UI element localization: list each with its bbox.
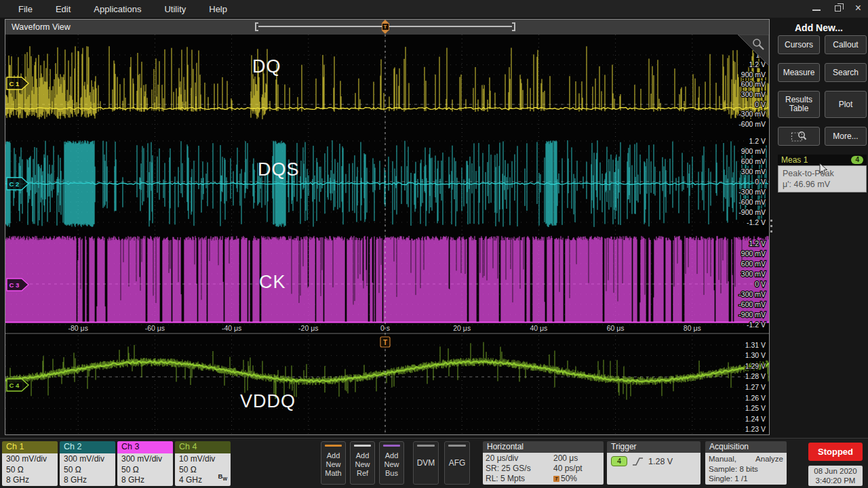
channel-3-settings: 300 mV/div50 Ω8 GHz bbox=[117, 453, 173, 486]
svg-text:C 3: C 3 bbox=[9, 281, 20, 289]
svg-text:-40 μs: -40 μs bbox=[222, 324, 241, 332]
svg-text:1.29 V: 1.29 V bbox=[745, 362, 766, 370]
results-table-button[interactable]: Results Table bbox=[778, 91, 820, 118]
svg-text:600 mV: 600 mV bbox=[741, 260, 766, 268]
trigger-panel-body: 4 1.28 V bbox=[607, 453, 701, 485]
menu-edit[interactable]: Edit bbox=[44, 4, 82, 14]
add-new-ref-button[interactable]: Add New Ref bbox=[350, 441, 375, 485]
menu-applications[interactable]: Applications bbox=[82, 4, 153, 14]
time-text: 3:40:20 PM bbox=[808, 476, 863, 485]
horizontal-overview-scrollbar[interactable]: T bbox=[255, 22, 515, 31]
svg-text:900 mV: 900 mV bbox=[741, 249, 766, 258]
close-icon[interactable]: × bbox=[855, 3, 861, 14]
svg-text:-20 μs: -20 μs bbox=[298, 324, 318, 332]
panel-splitter-handle[interactable] bbox=[770, 220, 772, 232]
waveform-view-panel: Waveform View T 1.51.2 V900 mV600 mV300 … bbox=[5, 19, 770, 435]
svg-text:300 mV: 300 mV bbox=[741, 167, 766, 176]
acquisition-single: Single: 1 /1 bbox=[709, 474, 783, 484]
more-button[interactable]: More... bbox=[825, 127, 867, 146]
horizontal-panel-title: Horizontal bbox=[483, 441, 604, 453]
datetime-display: 08 Jun 2020 3:40:20 PM bbox=[808, 466, 863, 486]
add-new-title: Add New... bbox=[770, 22, 868, 33]
svg-text:1.2 V: 1.2 V bbox=[749, 60, 766, 68]
channel-3-badge[interactable]: Ch 3300 mV/div50 Ω8 GHz bbox=[117, 441, 173, 486]
scale-labels-ch4: 1.31 V1.30 V1.29 V1.28 V1.27 V1.26 V1.25… bbox=[745, 341, 766, 434]
svg-text:1.25 V: 1.25 V bbox=[745, 404, 766, 412]
rising-edge-icon bbox=[632, 457, 644, 466]
meas-badge[interactable]: Meas 1 4 Peak-to-Peak μ': 46.96 mV bbox=[778, 155, 867, 192]
horizontal-record-length: RL: 5 Mpts bbox=[486, 474, 553, 484]
channel-3-name: Ch 3 bbox=[117, 441, 173, 453]
waveform-plot[interactable]: 1.51.2 V900 mV600 mV300 mV0 V-300 mV-600… bbox=[5, 35, 769, 434]
svg-text:-300 mV: -300 mV bbox=[738, 110, 766, 118]
svg-text:40 μs: 40 μs bbox=[530, 324, 547, 332]
restore-icon[interactable] bbox=[835, 5, 841, 12]
minimize-icon[interactable] bbox=[812, 9, 821, 11]
menu-help[interactable]: Help bbox=[197, 4, 239, 14]
add-new-bus-button[interactable]: Add New Bus bbox=[379, 441, 404, 485]
svg-text:1.23 V: 1.23 V bbox=[745, 425, 766, 433]
svg-text:1.31 V: 1.31 V bbox=[745, 341, 766, 349]
afg-button[interactable]: AFG bbox=[444, 441, 470, 485]
add-new-button-grid: CursorsCalloutMeasureSearchResults Table… bbox=[778, 35, 867, 146]
time-axis-labels: -80 μs-60 μs-40 μs-20 μs0 s20 μs40 μs60 … bbox=[68, 324, 701, 332]
svg-text:0 V: 0 V bbox=[755, 100, 766, 108]
svg-text:0 V: 0 V bbox=[755, 280, 766, 288]
acquisition-panel[interactable]: Acquisition Manual, Analyze Sample: 8 bi… bbox=[705, 441, 787, 485]
date-text: 08 Jun 2020 bbox=[808, 466, 863, 476]
acquisition-panel-title: Acquisition bbox=[705, 441, 787, 453]
menu-utility[interactable]: Utility bbox=[153, 4, 197, 14]
svg-text:-600 mV: -600 mV bbox=[738, 120, 766, 128]
svg-text:300 mV: 300 mV bbox=[741, 90, 766, 98]
add-new-math-button[interactable]: Add New Math bbox=[321, 441, 346, 485]
channel-4-name: Ch 4 bbox=[175, 441, 231, 453]
trigger-panel[interactable]: Trigger 4 1.28 V bbox=[607, 441, 701, 485]
svg-text:C 2: C 2 bbox=[9, 180, 20, 188]
channel-1-badge[interactable]: Ch 1300 mV/div50 Ω8 GHz bbox=[2, 441, 58, 486]
channel-2-badge[interactable]: Ch 2300 mV/div50 Ω8 GHz bbox=[60, 441, 115, 486]
acquisition-analyze: Analyze bbox=[755, 454, 783, 464]
cursors-button[interactable]: Cursors bbox=[778, 35, 820, 54]
measure-button[interactable]: Measure bbox=[778, 63, 820, 82]
trigger-marker[interactable]: T bbox=[380, 337, 390, 347]
waveform-view-title: Waveform View bbox=[12, 22, 71, 32]
channel-1-name: Ch 1 bbox=[2, 441, 58, 453]
channel-4-badge[interactable]: Ch 410 mV/div50 Ω4 GHzBW bbox=[175, 441, 231, 486]
wave-label-dq: DQ bbox=[252, 56, 281, 77]
svg-text:600 mV: 600 mV bbox=[741, 157, 766, 165]
overview-trigger-marker[interactable]: T bbox=[381, 20, 389, 34]
ch3-waveform-ck bbox=[5, 236, 769, 322]
svg-text:1.26 V: 1.26 V bbox=[745, 394, 766, 402]
zoom-selection-button[interactable] bbox=[778, 127, 820, 146]
svg-text:60 μs: 60 μs bbox=[607, 324, 625, 332]
trigger-level: 1.28 V bbox=[648, 457, 673, 466]
svg-text:1.27 V: 1.27 V bbox=[745, 383, 766, 391]
channel-2-settings: 300 mV/div50 Ω8 GHz bbox=[60, 453, 115, 486]
svg-text:-80 μs: -80 μs bbox=[68, 324, 87, 332]
svg-text:900 mV: 900 mV bbox=[741, 147, 766, 155]
svg-text:1.2 V: 1.2 V bbox=[749, 239, 766, 247]
mouse-cursor-icon bbox=[819, 163, 828, 176]
run-stop-button[interactable]: Stopped bbox=[808, 443, 863, 461]
menu-file[interactable]: File bbox=[7, 4, 44, 14]
callout-button[interactable]: Callout bbox=[825, 35, 867, 54]
horizontal-panel[interactable]: Horizontal 20 μs/div 200 μs SR: 25 GS/s … bbox=[483, 441, 604, 485]
svg-text:-1.2 V: -1.2 V bbox=[747, 321, 766, 329]
meas-count-badge: 4 bbox=[851, 156, 863, 164]
svg-text:80 μs: 80 μs bbox=[684, 324, 701, 332]
svg-text:C 1: C 1 bbox=[9, 80, 20, 87]
dvm-button[interactable]: DVM bbox=[413, 441, 439, 485]
trigger-down-arrow-icon bbox=[382, 30, 389, 34]
wave-label-ck: CK bbox=[259, 272, 286, 292]
plot-button[interactable]: Plot bbox=[825, 91, 867, 118]
svg-text:T: T bbox=[383, 339, 387, 346]
zoom-selection-icon bbox=[791, 130, 807, 143]
trigger-t-icon: T bbox=[382, 23, 389, 30]
svg-text:900 mV: 900 mV bbox=[741, 70, 766, 79]
svg-text:-900 mV: -900 mV bbox=[738, 310, 766, 319]
svg-text:C 4: C 4 bbox=[9, 382, 20, 389]
svg-text:-300 mV: -300 mV bbox=[738, 290, 766, 298]
bottom-bar: Ch 1300 mV/div50 Ω8 GHzCh 2300 mV/div50 … bbox=[0, 438, 868, 488]
search-button[interactable]: Search bbox=[825, 63, 867, 82]
svg-text:0 V: 0 V bbox=[755, 178, 766, 186]
